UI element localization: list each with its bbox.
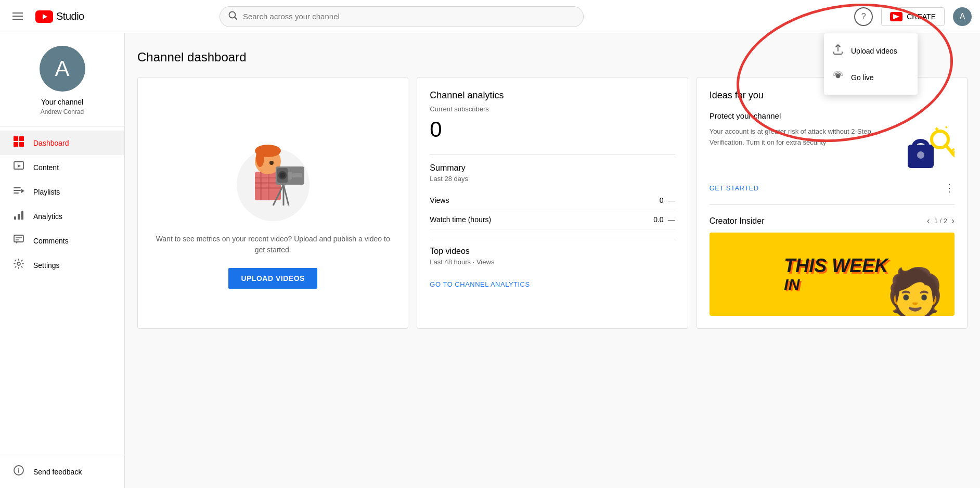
nav-items: Dashboard Content Playlists <box>0 126 124 455</box>
settings-icon <box>12 258 25 272</box>
search-icon <box>228 11 238 22</box>
svg-rect-47 <box>292 173 302 177</box>
sidebar-item-content[interactable]: Content <box>0 155 124 179</box>
svg-marker-19 <box>21 189 24 193</box>
sidebar: A Your channel Andrew Conrad Dashboard <box>0 33 125 488</box>
watch-time-metric: Watch time (hours) 0.0 — <box>430 210 675 229</box>
svg-marker-15 <box>18 164 21 168</box>
next-page-button[interactable]: › <box>951 215 955 226</box>
watch-time-label: Watch time (hours) <box>430 215 491 224</box>
protect-title: Protect your channel <box>710 111 955 120</box>
sidebar-item-comments[interactable]: Comments <box>0 228 124 253</box>
help-icon: ? <box>861 12 866 21</box>
channel-name: Your channel <box>41 98 83 106</box>
nav-left: Studio <box>8 6 84 27</box>
upload-videos-item[interactable]: Upload videos <box>824 37 918 64</box>
feedback-label: Send feedback <box>33 468 82 476</box>
hamburger-menu[interactable] <box>8 6 27 27</box>
content-label: Content <box>33 163 59 172</box>
search-input[interactable] <box>243 12 575 21</box>
svg-rect-1 <box>12 16 23 17</box>
channel-handle: Andrew Conrad <box>41 108 84 115</box>
channel-analytics-card: Channel analytics Current subscribers 0 … <box>417 77 688 329</box>
feedback-icon <box>12 465 25 479</box>
svg-rect-22 <box>21 211 23 220</box>
svg-rect-37 <box>268 172 269 200</box>
more-options-button[interactable]: ⋮ <box>944 182 955 194</box>
upload-icon <box>832 44 844 58</box>
svg-point-41 <box>269 161 274 165</box>
create-label: CREATE <box>907 12 936 21</box>
views-dash: — <box>668 196 675 204</box>
idea-content: Your account is at greater risk of attac… <box>710 126 955 173</box>
creator-insider-header: Creator Insider ‹ 1 / 2 › <box>710 215 955 226</box>
create-icon <box>890 12 902 21</box>
analytics-label: Analytics <box>33 212 62 221</box>
camera-illustration <box>221 117 325 221</box>
content-icon <box>12 160 25 174</box>
comments-icon <box>12 234 25 248</box>
get-started-link[interactable]: GET STARTED <box>710 184 759 192</box>
channel-avatar: A <box>40 46 85 92</box>
prev-page-button[interactable]: ‹ <box>927 215 930 226</box>
svg-rect-0 <box>12 12 23 14</box>
divider-1 <box>430 155 675 155</box>
svg-rect-12 <box>14 142 18 147</box>
playlists-label: Playlists <box>33 188 60 196</box>
watch-time-dash: — <box>668 215 675 224</box>
avatar-letter: A <box>960 12 965 21</box>
svg-point-45 <box>280 173 285 178</box>
svg-line-6 <box>235 17 237 19</box>
upload-videos-label: Upload videos <box>851 47 897 55</box>
main-content: Channel dashboard <box>125 33 980 488</box>
dashboard-label: Dashboard <box>33 139 69 147</box>
sidebar-bottom: Send feedback <box>0 455 124 488</box>
svg-rect-20 <box>14 216 16 220</box>
sidebar-item-analytics[interactable]: Analytics <box>0 204 124 228</box>
subscribers-count: 0 <box>430 117 675 142</box>
svg-rect-11 <box>19 136 24 141</box>
svg-rect-23 <box>14 235 23 242</box>
video-metrics-card: Want to see metrics on your recent video… <box>137 77 408 329</box>
svg-text:✦: ✦ <box>944 126 948 130</box>
watch-time-value: 0.0 — <box>653 215 675 224</box>
sidebar-item-feedback[interactable]: Send feedback <box>0 459 124 484</box>
create-dropdown: Upload videos Go live <box>824 33 918 95</box>
views-metric: Views 0 — <box>430 191 675 210</box>
ideas-card: Ideas for you Protect your channel Your … <box>697 77 968 329</box>
help-button[interactable]: ? <box>854 7 873 26</box>
upload-videos-button[interactable]: UPLOAD VIDEOS <box>228 268 317 289</box>
search-bar <box>220 6 584 27</box>
logo[interactable]: Studio <box>35 10 84 23</box>
svg-text:✦: ✦ <box>934 126 940 133</box>
summary-title: Summary <box>430 163 675 173</box>
svg-rect-2 <box>12 19 23 20</box>
go-live-item[interactable]: Go live <box>824 64 918 91</box>
user-avatar[interactable]: A <box>953 7 972 26</box>
svg-marker-7 <box>893 14 899 19</box>
analytics-icon <box>12 209 25 223</box>
create-button[interactable]: CREATE <box>881 7 945 26</box>
analytics-title: Channel analytics <box>430 90 675 101</box>
comments-label: Comments <box>33 237 69 245</box>
top-videos-title: Top videos <box>430 247 675 256</box>
thumbnail-title: THIS WEEK <box>784 255 888 276</box>
top-nav: Studio ? CREATE A <box>0 0 980 33</box>
sidebar-item-settings[interactable]: Settings <box>0 253 124 277</box>
go-live-label: Go live <box>851 73 874 82</box>
pagination: ‹ 1 / 2 › <box>927 215 955 226</box>
get-started-row: GET STARTED ⋮ <box>710 182 955 194</box>
sidebar-item-playlists[interactable]: Playlists <box>0 179 124 204</box>
svg-rect-36 <box>260 172 262 200</box>
svg-rect-21 <box>18 214 20 220</box>
dashboard-icon <box>12 136 25 150</box>
live-icon <box>832 70 844 84</box>
subscribers-label: Current subscribers <box>430 105 675 113</box>
channel-analytics-link[interactable]: GO TO CHANNEL ANALYTICS <box>430 280 530 288</box>
playlists-icon <box>12 185 25 199</box>
svg-point-27 <box>17 262 20 265</box>
sidebar-item-dashboard[interactable]: Dashboard <box>0 131 124 155</box>
creator-insider-title: Creator Insider <box>710 216 765 226</box>
nav-right: ? CREATE A <box>854 7 972 26</box>
creator-insider-thumbnail[interactable]: THIS WEEK IN 🧑 <box>710 233 955 316</box>
